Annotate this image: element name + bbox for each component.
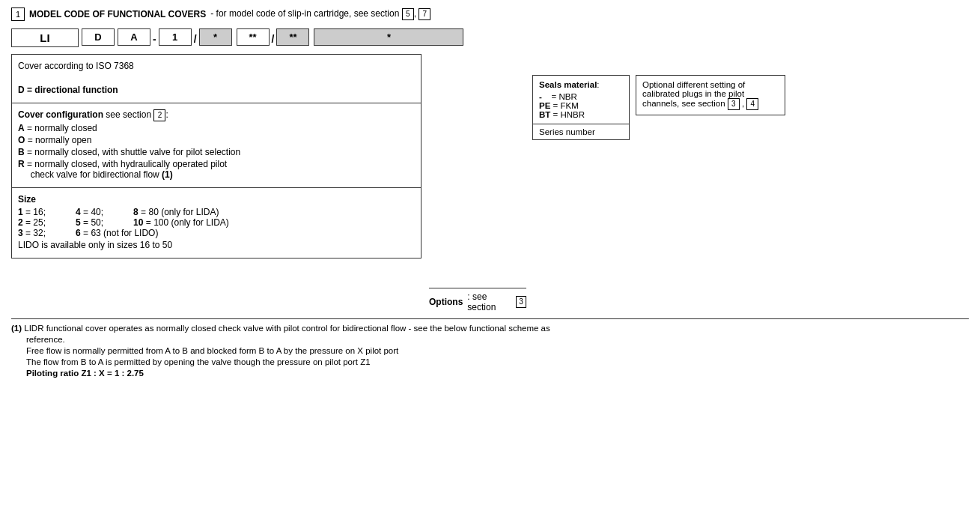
cover-config-bold: Cover configuration: [18, 110, 103, 121]
content-grid: Cover according to ISO 7368 D = directio…: [11, 54, 969, 312]
mc-cell-dblstar1: **: [237, 28, 270, 46]
config-b-desc: = normally closed, with shuttle valve fo…: [27, 147, 240, 157]
mc-cell-dblstar2: **: [276, 28, 309, 46]
li-description-box: Cover according to ISO 7368 D = directio…: [11, 54, 421, 103]
size-row-2: 2 = 25; 5 = 50; 10 = 100 (only for LIDA): [18, 217, 415, 228]
mc-box-dblstar1: **: [237, 28, 270, 46]
d-code: D: [18, 85, 25, 95]
config-r: R = normally closed, with hydraulically …: [18, 159, 415, 180]
size-8: 8 = 80 (only for LIDA): [133, 207, 219, 217]
series-label: Series number: [539, 127, 595, 136]
cover-config-ref: 2: [153, 109, 165, 121]
mc-cell-a: A: [118, 28, 150, 46]
config-o-desc: = normally open: [28, 135, 92, 145]
config-o-code: O: [18, 135, 25, 145]
size-box: Size 1 = 16; 4 = 40; 8 = 80 (only for LI…: [11, 188, 421, 258]
ref-box-7: 7: [419, 8, 430, 20]
config-r-desc: = normally closed, with hydraulically op…: [18, 159, 227, 180]
size-row-1: 1 = 16; 4 = 40; 8 = 80 (only for LIDA): [18, 207, 415, 217]
config-a: A = normally closed: [18, 123, 415, 133]
cover-config-title: Cover configuration see section 2:: [18, 109, 415, 121]
mc-cell-li: LI: [11, 28, 79, 47]
fn1-text-cont: reference.: [26, 335, 65, 344]
seals-title-line: Seals material:: [539, 80, 623, 89]
fn3-text: The flow from B to A is permitted by ope…: [26, 357, 371, 366]
sep-slash2: /: [270, 28, 277, 49]
size-2: 2 = 25;: [18, 217, 46, 228]
sep-dash: -: [150, 28, 159, 49]
mc-cell-star1: *: [199, 28, 232, 46]
config-b: B = normally closed, with shuttle valve …: [18, 147, 415, 157]
mc-box-a: A: [118, 28, 150, 46]
d-desc: = directional function: [27, 85, 118, 95]
model-code-row: LI D A - 1 / * ** / ** *: [11, 28, 969, 49]
optional-content: Optional different setting of calibrated…: [636, 75, 785, 115]
colon: :: [165, 110, 168, 121]
size-title: Size: [18, 194, 415, 205]
li-d-text: D = directional function: [18, 85, 415, 95]
section-number: 1: [11, 7, 25, 21]
seals-content: Seals material: - = NBR PE = FKM BT = HN…: [532, 75, 630, 124]
col-options: Options : see section 3: [429, 54, 526, 312]
mc-box-star1: *: [199, 28, 232, 46]
footnote-1: (1) LIDR functional cover operates as no…: [11, 324, 969, 333]
options-suffix: : see section: [467, 291, 511, 312]
optional-ref4: 4: [746, 98, 758, 110]
config-r-code: R: [18, 159, 25, 169]
options-row: Options : see section 3: [429, 288, 526, 312]
config-b-code: B: [18, 147, 25, 157]
seal-fkm: PE = FKM: [539, 101, 623, 110]
cover-config-box: Cover configuration see section 2: A = n…: [11, 103, 421, 188]
config-r-footnote: (1): [162, 169, 173, 180]
seals-colon: :: [597, 80, 599, 89]
header-row: 1 MODEL CODE OF FUNCTIONAL COVERS - for …: [11, 7, 969, 21]
mc-box-star-far: *: [314, 28, 463, 46]
mc-cell-1: 1: [159, 28, 192, 46]
size-1: 1 = 16;: [18, 207, 46, 217]
config-a-code: A: [18, 123, 25, 133]
ref-box-5: 5: [402, 8, 414, 20]
size-10: 10 = 100 (only for LIDA): [133, 217, 229, 228]
options-label: Options: [429, 297, 463, 307]
cover-config-suffix: see section: [106, 110, 153, 121]
mc-box-dblstar2: **: [276, 28, 309, 46]
fn2-text: Free flow is normally permitted from A t…: [26, 346, 398, 355]
mc-box-1: 1: [159, 28, 192, 46]
spacer1: [429, 54, 526, 75]
size-6: 6 = 63 (not for LIDO): [76, 228, 158, 238]
series-box: Series number: [532, 124, 630, 140]
left-section: Cover according to ISO 7368 D = directio…: [11, 54, 421, 258]
seals-title: Seals material: [539, 80, 597, 89]
section-title: MODEL CODE OF FUNCTIONAL COVERS: [29, 9, 206, 19]
size-4: 4 = 40;: [76, 207, 103, 217]
col-optional: Optional different setting of calibrated…: [636, 54, 785, 115]
footnote-3: The flow from B to A is permitted by ope…: [11, 357, 969, 366]
fn1-text: LIDR functional cover operates as normal…: [24, 324, 550, 333]
config-o: O = normally open: [18, 135, 415, 145]
mc-box-li: LI: [11, 28, 79, 47]
lido-note: LIDO is available only in sizes 16 to 50: [18, 240, 415, 250]
empty-col1: [429, 75, 526, 285]
footnote-2: Free flow is normally permitted from A t…: [11, 346, 969, 355]
spacer2: [532, 54, 630, 75]
optional-ref3: 3: [728, 98, 740, 110]
size-3: 3 = 32;: [18, 228, 46, 238]
size-row-3: 3 = 32; 6 = 63 (not for LIDO): [18, 228, 415, 238]
mc-cell-d: D: [82, 28, 115, 46]
seal-nbr: - = NBR: [539, 92, 623, 101]
right-columns-wrapper: Options : see section 3 Seals material: …: [429, 54, 969, 312]
config-a-desc: = normally closed: [27, 123, 97, 133]
spacer3: [636, 54, 785, 75]
li-cover-text: Cover according to ISO 7368: [18, 61, 415, 71]
footnote-1b: reference.: [11, 335, 969, 344]
right-section: Options : see section 3 Seals material: …: [421, 54, 969, 312]
mc-cell-star-far: *: [314, 28, 463, 46]
header-subtitle: - for model code of slip-in cartridge, s…: [210, 8, 430, 20]
size-5: 5 = 50;: [76, 217, 103, 228]
footnote-area: (1) LIDR functional cover operates as no…: [11, 318, 969, 378]
col-series-seals: Seals material: - = NBR PE = FKM BT = HN…: [532, 54, 630, 140]
options-ref: 3: [516, 296, 526, 308]
page-wrapper: 1 MODEL CODE OF FUNCTIONAL COVERS - for …: [11, 7, 969, 378]
seal-hnbr: BT = HNBR: [539, 110, 623, 119]
fn4-text: Piloting ratio Z1 : X = 1 : 2.75: [26, 369, 144, 378]
